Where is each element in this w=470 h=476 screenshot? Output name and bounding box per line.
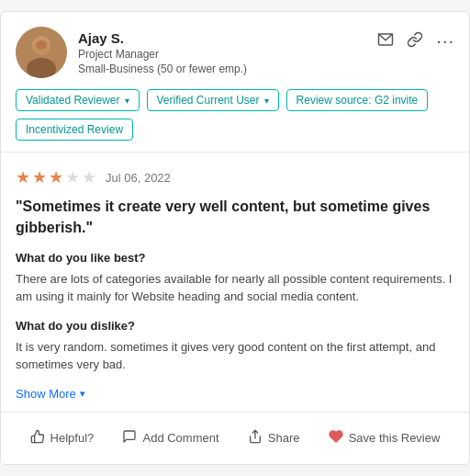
email-icon[interactable]: [377, 31, 394, 51]
badge-verified-user[interactable]: Verified Current User ▾: [147, 89, 279, 111]
profile-company: Small-Business (50 or fewer emp.): [78, 62, 247, 75]
answer-2: It is very random. sometimes it gives ve…: [16, 338, 454, 374]
star-2: ★: [32, 167, 47, 187]
badge-incentivized: Incentivized Review: [16, 119, 133, 141]
question-2: What do you dislike?: [16, 319, 454, 333]
share-label: Share: [268, 431, 300, 445]
add-comment-label: Add Comment: [142, 431, 218, 445]
profile-row: Ajay S. Project Manager Small-Business (…: [16, 27, 454, 78]
comment-icon: [122, 429, 137, 448]
badge-validated-reviewer[interactable]: Validated Reviewer ▾: [16, 89, 140, 111]
chevron-down-icon: ▾: [125, 96, 129, 106]
more-icon[interactable]: ···: [436, 30, 454, 51]
avatar: [16, 27, 67, 78]
profile-info: Ajay S. Project Manager Small-Business (…: [78, 30, 247, 75]
share-button[interactable]: Share: [241, 424, 308, 453]
thumbs-up-icon: [30, 429, 45, 448]
profile-left: Ajay S. Project Manager Small-Business (…: [16, 27, 247, 78]
answer-1: There are lots of categories available f…: [16, 270, 454, 306]
badges-container: Validated Reviewer ▾ Verified Current Us…: [16, 89, 454, 141]
helpful-label: Helpful?: [50, 431, 95, 445]
profile-role: Project Manager: [78, 48, 247, 61]
review-body: ★ ★ ★ ★ ★ Jul 06, 2022 "Sometimes it cre…: [1, 153, 469, 413]
add-comment-button[interactable]: Add Comment: [115, 424, 226, 453]
save-label: Save this Review: [349, 431, 441, 445]
review-date: Jul 06, 2022: [106, 171, 171, 185]
chevron-down-icon: ▾: [264, 96, 269, 106]
star-rating: ★ ★ ★ ★ ★: [16, 167, 96, 187]
svg-point-4: [36, 40, 47, 50]
badge-review-source: Review source: G2 invite: [286, 89, 429, 111]
helpful-button[interactable]: Helpful?: [23, 424, 102, 453]
review-card: Ajay S. Project Manager Small-Business (…: [0, 11, 470, 465]
star-5: ★: [82, 167, 96, 187]
star-1: ★: [16, 167, 30, 187]
review-header: Ajay S. Project Manager Small-Business (…: [1, 12, 469, 153]
review-title: "Sometimes it create very well content, …: [16, 197, 454, 238]
star-4: ★: [65, 167, 80, 187]
share-icon: [248, 429, 263, 448]
chevron-down-icon: ▾: [80, 388, 85, 400]
save-review-button[interactable]: Save this Review: [321, 424, 448, 453]
profile-name: Ajay S.: [78, 30, 247, 46]
header-actions: ···: [377, 30, 454, 51]
star-3: ★: [49, 167, 63, 187]
link-icon[interactable]: [407, 31, 423, 51]
review-footer: Helpful? Add Comment Share: [1, 413, 469, 464]
rating-row: ★ ★ ★ ★ ★ Jul 06, 2022: [16, 167, 454, 187]
heart-icon: [329, 429, 343, 448]
show-more-button[interactable]: Show More ▾: [16, 387, 454, 401]
question-1: What do you like best?: [16, 251, 454, 265]
